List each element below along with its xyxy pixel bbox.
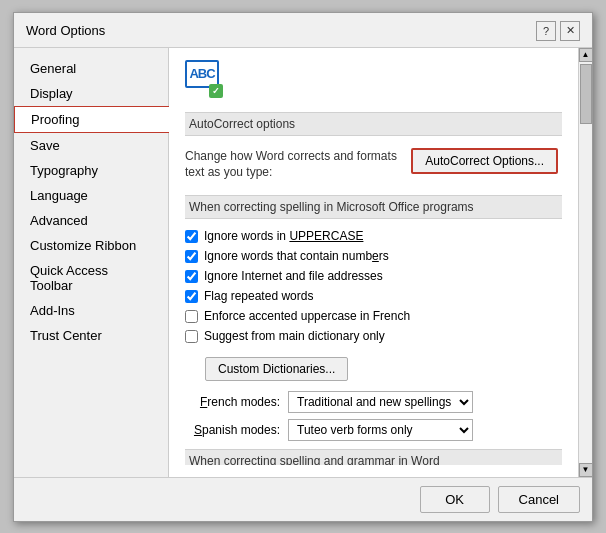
scrollbar-arrow-up[interactable]: ▲ (579, 48, 593, 62)
checkbox-label-repeated: Flag repeated words (204, 289, 313, 303)
french-modes-label: French modes: (185, 395, 280, 409)
checkbox-label-suggest: Suggest from main dictionary only (204, 329, 385, 343)
checkbox-label-internet: Ignore Internet and file addresses (204, 269, 383, 283)
checkbox-numbers[interactable] (185, 250, 198, 263)
title-bar: Word Options ? ✕ (14, 13, 592, 48)
autocorrect-desc-line1: Change how Word corrects and formats (185, 149, 397, 163)
checkbox-french[interactable] (185, 310, 198, 323)
checkbox-row-repeated: Flag repeated words (185, 289, 558, 303)
autocorrect-options-row: Change how Word corrects and formats tex… (185, 146, 558, 184)
check-badge: ✓ (209, 84, 223, 98)
checkbox-row-internet: Ignore Internet and file addresses (185, 269, 558, 283)
header-row: ABC ✓ (185, 60, 562, 98)
content-with-scroll: ABC ✓ AutoCorrect options Change how Wor… (169, 48, 592, 477)
scrollbar-thumb[interactable] (580, 64, 592, 124)
abc-icon: ABC ✓ (185, 60, 223, 98)
scrollbar-arrow-down[interactable]: ▼ (579, 463, 593, 477)
autocorrect-options-button[interactable]: AutoCorrect Options... (411, 148, 558, 174)
content-area: ABC ✓ AutoCorrect options Change how Wor… (169, 48, 578, 477)
sidebar-item-typography[interactable]: Typography (14, 158, 168, 183)
autocorrect-desc-line2: text as you type: (185, 165, 272, 179)
ok-button[interactable]: OK (420, 486, 490, 513)
autocorrect-section-header: AutoCorrect options (185, 112, 562, 136)
title-bar-controls: ? ✕ (536, 21, 580, 41)
checkbox-row-suggest: Suggest from main dictionary only (185, 329, 558, 343)
spelling-section-header: When correcting spelling in Microsoft Of… (185, 195, 562, 219)
french-modes-select[interactable]: Traditional and new spellings Traditiona… (288, 391, 473, 413)
uppercase-underline: UPPERCASE (289, 229, 363, 243)
content-scroll[interactable]: AutoCorrect options Change how Word corr… (185, 112, 562, 465)
grammar-section-header: When correcting spelling and grammar in … (185, 449, 562, 464)
checkbox-suggest[interactable] (185, 330, 198, 343)
sidebar-item-save[interactable]: Save (14, 133, 168, 158)
checkbox-internet[interactable] (185, 270, 198, 283)
checkbox-uppercase[interactable] (185, 230, 198, 243)
spanish-modes-row: Spanish modes: Tuteo verb forms only Vos… (185, 419, 558, 441)
spanish-modes-select[interactable]: Tuteo verb forms only Voseo verb forms o… (288, 419, 473, 441)
checkbox-label-uppercase: Ignore words in UPPERCASE (204, 229, 363, 243)
scrollbar-track: ▲ ▼ (578, 48, 592, 477)
checkbox-repeated[interactable] (185, 290, 198, 303)
numbers-underline: e (372, 249, 379, 263)
dialog-title: Word Options (26, 23, 105, 38)
help-button[interactable]: ? (536, 21, 556, 41)
checkbox-label-french: Enforce accented uppercase in French (204, 309, 410, 323)
checkbox-row-numbers: Ignore words that contain numbers (185, 249, 558, 263)
french-modes-row: French modes: Traditional and new spelli… (185, 391, 558, 413)
checkbox-row-uppercase: Ignore words in UPPERCASE (185, 229, 558, 243)
sidebar-item-proofing[interactable]: Proofing (14, 106, 169, 133)
word-options-dialog: Word Options ? ✕ General Display Proofin… (13, 12, 593, 522)
custom-dictionaries-button[interactable]: Custom Dictionaries... (205, 357, 348, 381)
cancel-button[interactable]: Cancel (498, 486, 580, 513)
checkbox-row-french: Enforce accented uppercase in French (185, 309, 558, 323)
dialog-footer: OK Cancel (14, 477, 592, 521)
sidebar-item-quick-access[interactable]: Quick Access Toolbar (14, 258, 168, 298)
dialog-body: General Display Proofing Save Typography… (14, 48, 592, 477)
sidebar-item-trust-center[interactable]: Trust Center (14, 323, 168, 348)
sidebar-item-customize-ribbon[interactable]: Customize Ribbon (14, 233, 168, 258)
spanish-modes-label: Spanish modes: (185, 423, 280, 437)
close-button[interactable]: ✕ (560, 21, 580, 41)
sidebar-item-advanced[interactable]: Advanced (14, 208, 168, 233)
autocorrect-desc: Change how Word corrects and formats tex… (185, 148, 397, 182)
checkbox-label-numbers: Ignore words that contain numbers (204, 249, 389, 263)
sidebar-item-add-ins[interactable]: Add-Ins (14, 298, 168, 323)
sidebar-item-language[interactable]: Language (14, 183, 168, 208)
sidebar-item-display[interactable]: Display (14, 81, 168, 106)
sidebar: General Display Proofing Save Typography… (14, 48, 169, 477)
sidebar-item-general[interactable]: General (14, 56, 168, 81)
